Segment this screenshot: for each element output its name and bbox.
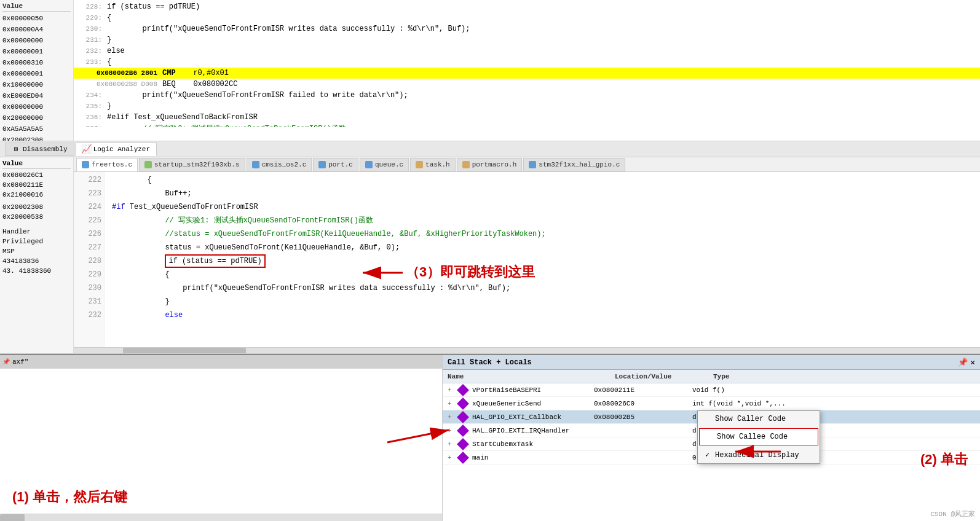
editor-tab-port-label: port.c (328, 161, 353, 168)
disassembly-area: 228: if (status == pdTRUE) 229: { 230: p… (74, 0, 980, 141)
left-sidebar-2: Value 0x080026C1 0x0800211E 0x21000016 0… (0, 157, 74, 353)
sidebar2-row: Handler (2, 227, 71, 237)
sidebar-row: 0x10000000 (2, 79, 71, 90)
top-panel: Value 0x00000050 0x000000A4 0x00000000 0… (0, 0, 980, 141)
editor-tab-portmacro-label: portmacro.h (472, 161, 517, 168)
sidebar-row: 0x00000001 (2, 68, 71, 79)
expand-icon[interactable]: + (448, 441, 455, 448)
dis-line: 233: { (74, 57, 980, 68)
tab-icon-c3 (318, 161, 326, 168)
dis-line: 228: if (status == pdTRUE) (74, 1, 980, 12)
bottom-section: 📌 axf" (1) 单击，然后右键 Call Stack + Locals 📌… (0, 354, 980, 521)
expand-icon[interactable]: + (448, 427, 455, 434)
sidebar-row: 0x00000000 (2, 101, 71, 112)
tab-logic-analyzer-label: Logic Analyzer (93, 146, 150, 153)
tab-icon-c4 (365, 161, 373, 168)
code-line-226: //status = xQueueSendToFrontFromISR(Keil… (112, 227, 973, 241)
code-line-228: if (status == pdTRUE) (112, 254, 973, 268)
sidebar2-row: 0x21000016 (2, 190, 71, 200)
row-location: 0x080026C0 (594, 400, 692, 407)
sidebar2-header: Value (2, 159, 71, 169)
code-line-229: { (112, 268, 973, 281)
tab-icon-c2 (252, 161, 259, 168)
row-name: main (471, 454, 594, 461)
code-line-224: #if Test_xQueueSendToFrontFromISR (112, 200, 973, 214)
sidebar-row: 0x00000050 (2, 13, 71, 24)
call-stack-icons: 📌 ✕ (958, 358, 975, 367)
sidebar2-row: 0x080026C1 (2, 170, 71, 180)
menu-item-show-callee[interactable]: Show Callee Code (699, 428, 818, 445)
sidebar2-row: 43. 41838360 (2, 266, 71, 276)
expand-icon[interactable]: + (448, 413, 455, 421)
scrollbar-thumb[interactable] (123, 348, 246, 353)
call-stack-close-icon[interactable]: ✕ (970, 358, 975, 367)
editor-tab-startup-label: startup_stm32f103xb.s (154, 161, 240, 168)
row-name: StartCubemxTask (471, 441, 594, 448)
editor-tab-cmsis-label: cmsis_os2.c (262, 161, 307, 168)
editor-scrollbar[interactable] (74, 347, 980, 353)
menu-check-hex: ✓ (705, 450, 715, 460)
editor-tab-startup[interactable]: startup_stm32f103xb.s (139, 158, 245, 171)
tab-icon-h1 (416, 161, 423, 168)
col-type: Type (713, 373, 980, 380)
expand-icon[interactable]: + (448, 454, 455, 461)
code-line-225: // 写实验1: 测试头插xQueueSendToFrontFromISR()函… (112, 214, 973, 227)
code-content: { Buf++; #if Test_xQueueSendToFrontFromI… (105, 172, 980, 347)
logic-analyzer-icon: 📈 (82, 145, 91, 154)
call-stack-rows: + vPortRaiseBASEPRI 0x0800211E void f() … (443, 383, 980, 521)
code-lines-wrapper: 222 223 224 225 226 227 228 ▶ 229 230 23… (74, 172, 980, 347)
editor-tab-task[interactable]: task.h (410, 158, 456, 171)
expand-icon[interactable]: + (448, 386, 455, 394)
disassembly-icon: ⊞ (12, 145, 20, 154)
bottom-left-panel: 📌 axf" (1) 单击，然后右键 (0, 355, 443, 521)
bottom-scroll[interactable] (0, 514, 442, 521)
expand-icon[interactable]: + (448, 400, 455, 407)
call-stack-row[interactable]: + vPortRaiseBASEPRI 0x0800211E void f() (443, 383, 980, 397)
menu-item-show-caller[interactable]: Show Caller Code (698, 411, 820, 427)
diamond-icon (457, 438, 469, 450)
row-type: int f(void *,void *,... (692, 400, 786, 407)
editor-tab-port[interactable]: port.c (313, 158, 358, 171)
sidebar-row: 0x000000A4 (2, 24, 71, 35)
bottom-right-wrapper: Call Stack + Locals 📌 ✕ Name Location/Va… (443, 355, 980, 521)
row-name: vPortRaiseBASEPRI (471, 386, 594, 394)
row-location: 0x0800211E (594, 386, 692, 394)
row-name: HAL_GPIO_EXTI_Callback (471, 413, 594, 421)
sidebar2-row: MSP (2, 246, 71, 256)
sidebar2-row: 0x0800211E (2, 180, 71, 190)
call-stack-row[interactable]: + xQueueGenericSend 0x080026C0 int f(voi… (443, 397, 980, 410)
editor-tab-queue-label: queue.c (375, 161, 403, 168)
editor-tab-cmsis[interactable]: cmsis_os2.c (247, 158, 312, 171)
bottom-scroll-thumb[interactable] (0, 514, 25, 521)
code-line-230: printf("xQueueSendToFrontFromISR writes … (112, 281, 973, 295)
col-location: Location/Value (615, 373, 713, 380)
editor-tab-freertos-label: freertos.c (92, 161, 132, 168)
diamond-icon (457, 384, 469, 396)
tab-icon-c5 (529, 161, 536, 168)
left-sidebar: Value 0x00000050 0x000000A4 0x00000000 0… (0, 0, 74, 141)
dis-line: 231: } (74, 34, 980, 45)
tab-disassembly[interactable]: ⊞ Disassembly (5, 143, 74, 156)
editor-tab-freertos[interactable]: freertos.c (76, 158, 138, 171)
editor-tab-hal-label: stm32f1xx_hal_gpio.c (539, 161, 620, 168)
show-callee-label: Show Callee Code (717, 433, 788, 441)
menu-item-hex-display[interactable]: ✓ Hexadecimal Display (698, 447, 820, 463)
tab-icon-h2 (462, 161, 470, 168)
call-stack-pin-icon[interactable]: 📌 (958, 358, 968, 367)
editor-tab-hal[interactable]: stm32f1xx_hal_gpio.c (523, 158, 625, 171)
dis-line: 230: printf("xQueueSendToFrontFromISR wr… (74, 23, 980, 34)
sidebar-row: 0x00000001 (2, 46, 71, 57)
editor-tab-portmacro[interactable]: portmacro.h (457, 158, 523, 171)
row-type: void f() (692, 386, 725, 394)
diamond-icon (457, 398, 469, 410)
line-numbers: 222 223 224 225 226 227 228 ▶ 229 230 23… (74, 172, 105, 347)
dis-line: 236: #elif Test_xQueueSendToBackFromISR (74, 112, 980, 123)
tab-logic-analyzer[interactable]: 📈 Logic Analyzer (76, 143, 157, 156)
editor-tab-queue[interactable]: queue.c (360, 158, 409, 171)
dis-line: 235: } (74, 101, 980, 112)
call-stack-columns: Name Location/Value Type (443, 370, 980, 383)
dis-line: 237: // 写实验2: 测试尾插xQueueSendToBackFromIS… (74, 123, 980, 127)
dis-line: 229: { (74, 12, 980, 23)
hex-display-label: Hexadecimal Display (715, 451, 799, 460)
code-line-232: else (112, 308, 973, 322)
